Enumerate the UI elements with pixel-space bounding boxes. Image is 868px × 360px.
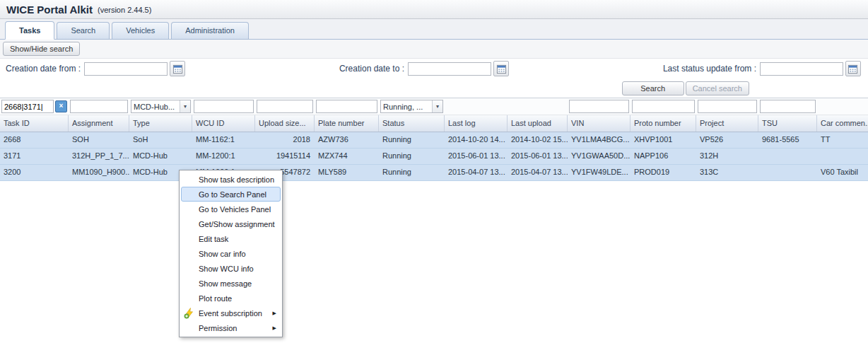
cancel-search-button[interactable]: Cancel search [686, 81, 749, 95]
date-input-creation-date-from[interactable] [84, 62, 168, 76]
cell-plate-number: AZW736 [315, 132, 379, 148]
cell-task-id: 3200 [0, 165, 69, 180]
column-header-plate-number[interactable]: Plate number [315, 115, 379, 132]
tab-vehicles[interactable]: Vehicles [112, 22, 169, 39]
column-header-wcu-id[interactable]: WCU ID [192, 115, 255, 132]
menu-item-go-to-vehicles-panel[interactable]: Go to Vehicles Panel [181, 202, 281, 216]
cell-tsu [758, 165, 817, 180]
cell-assignment: 312H_PP_1_7... [69, 149, 129, 164]
filter-input-tsu[interactable] [760, 100, 816, 113]
context-menu: Show task descriptionGo to Search PanelG… [179, 170, 283, 337]
menu-item-label: Show task description [199, 175, 274, 184]
cell-assignment: MM1090_H900... [69, 165, 129, 180]
cell-status: Running [379, 132, 445, 148]
cell-vin: YV1FW49LDE... [568, 165, 631, 180]
chevron-down-icon[interactable]: ▾ [180, 100, 190, 112]
filter-input-upload-size[interactable] [257, 100, 313, 113]
filter-input-assignment[interactable] [70, 100, 128, 113]
filter-input-project[interactable] [698, 100, 757, 113]
menu-item-get-show-assignment[interactable]: Get/Show assignment [181, 216, 281, 231]
filter-cell-upload-size [255, 98, 315, 115]
grid-header-row: Task IDAssignmentTypeWCU IDUpload size..… [0, 115, 868, 132]
filter-input-proto-number[interactable] [632, 100, 695, 113]
column-header-proto-number[interactable]: Proto number [631, 115, 696, 132]
filter-cell-assignment [69, 98, 129, 115]
menu-item-plot-route[interactable]: Plot route [181, 291, 281, 306]
submenu-arrow-icon: ▶ [273, 310, 276, 316]
calendar-trigger-button[interactable] [170, 61, 185, 76]
date-field-label: Creation date to : [339, 64, 404, 74]
filter-input-wcu-id[interactable] [194, 100, 254, 113]
tab-administration[interactable]: Administration [171, 22, 249, 39]
tab-tasks[interactable]: Tasks [5, 21, 54, 40]
filter-cell-wcu-id [192, 98, 255, 115]
filter-combo-status[interactable]: Running, ...▾ [380, 100, 443, 113]
tab-search[interactable]: Search [57, 22, 110, 39]
filter-cell-car-comment [817, 98, 868, 115]
filter-cell-type: MCD-Hub...▾ [129, 98, 192, 115]
calendar-trigger-button[interactable] [493, 61, 509, 76]
grid-body: 2668SOHSoHMM-1162:12018AZW736Running2014… [0, 132, 868, 181]
filter-cell-task-id: × [0, 98, 69, 115]
column-header-last-log[interactable]: Last log [445, 115, 508, 132]
search-filter-row: Creation date from :Creation date to :La… [0, 59, 868, 79]
tasks-grid: ×MCD-Hub...▾Running, ...▾ Task IDAssignm… [0, 98, 868, 181]
search-actions-row: Search Cancel search [0, 79, 868, 98]
menu-item-label: Go to Vehicles Panel [199, 205, 271, 214]
column-header-assignment[interactable]: Assignment [69, 115, 129, 132]
cell-plate-number: MLY589 [315, 165, 379, 180]
cell-tsu: 9681-5565 [758, 132, 817, 148]
column-header-task-id[interactable]: Task ID [0, 115, 69, 132]
cell-type: MCD-Hub [129, 149, 192, 164]
date-input-creation-date-to[interactable] [408, 62, 491, 76]
column-header-status[interactable]: Status [379, 115, 445, 132]
column-header-last-upload[interactable]: Last upload [508, 115, 568, 132]
date-field-group-creation-date-from: Creation date from : [6, 61, 185, 76]
column-header-car-comment[interactable]: Car commen... [817, 115, 868, 132]
filter-cell-plate-number [315, 98, 379, 115]
menu-item-show-message[interactable]: Show message [181, 276, 281, 291]
menu-item-label: Event subscription [199, 309, 262, 318]
filter-input-plate-number[interactable] [316, 100, 377, 113]
cell-project: 312H [696, 149, 758, 164]
column-header-upload-size[interactable]: Upload size... [255, 115, 315, 132]
menu-item-show-wcu-info[interactable]: Show WCU info [181, 261, 281, 276]
filter-cell-tsu [758, 98, 817, 115]
calendar-trigger-button[interactable] [845, 61, 861, 76]
column-header-type[interactable]: Type [129, 115, 192, 132]
cell-car-comment: TT [817, 132, 868, 148]
cell-status: Running [379, 165, 445, 180]
cell-vin: YV1LMA4BCG... [568, 132, 631, 148]
cell-task-id: 3171 [0, 149, 69, 164]
cell-vin: YV1GWAA50D... [568, 149, 631, 164]
menu-item-show-car-info[interactable]: Show car info [181, 246, 281, 261]
column-header-tsu[interactable]: TSU [758, 115, 817, 132]
filter-combo-type[interactable]: MCD-Hub...▾ [131, 100, 191, 113]
table-row[interactable]: 3200MM1090_H900...MCD-HubMM-1090:1554787… [0, 165, 868, 181]
cell-project: 313C [696, 165, 758, 180]
menu-item-label: Get/Show assignment [199, 220, 275, 228]
clear-filter-icon[interactable]: × [55, 100, 67, 112]
filter-cell-status: Running, ...▾ [379, 98, 445, 115]
show-hide-search-button[interactable]: Show/Hide search [3, 42, 80, 56]
menu-item-permission[interactable]: Permission▶ [181, 320, 281, 335]
search-button[interactable]: Search [622, 81, 684, 95]
menu-item-label: Permission [199, 324, 237, 332]
filter-input-task-id[interactable] [1, 100, 54, 113]
event-subscription-icon [184, 308, 195, 319]
table-row[interactable]: 3171312H_PP_1_7...MCD-HubMM-1200:1194151… [0, 149, 868, 165]
column-header-project[interactable]: Project [696, 115, 758, 132]
menu-item-show-task-description[interactable]: Show task description [181, 172, 281, 187]
cell-proto-number: XHVP1001 [631, 132, 696, 148]
menu-item-go-to-search-panel[interactable]: Go to Search Panel [181, 187, 281, 202]
date-input-last-status-update-from[interactable] [760, 62, 843, 76]
chevron-down-icon[interactable]: ▾ [432, 100, 442, 112]
table-row[interactable]: 2668SOHSoHMM-1162:12018AZW736Running2014… [0, 132, 868, 149]
menu-item-edit-task[interactable]: Edit task [181, 231, 281, 246]
toolbar: Show/Hide search [0, 40, 868, 59]
filter-input-vin[interactable] [569, 100, 629, 113]
menu-item-label: Show car info [199, 250, 246, 258]
filter-cell-last-log [445, 98, 508, 115]
column-header-vin[interactable]: VIN [568, 115, 631, 132]
menu-item-event-subscription[interactable]: Event subscription▶ [181, 306, 281, 320]
